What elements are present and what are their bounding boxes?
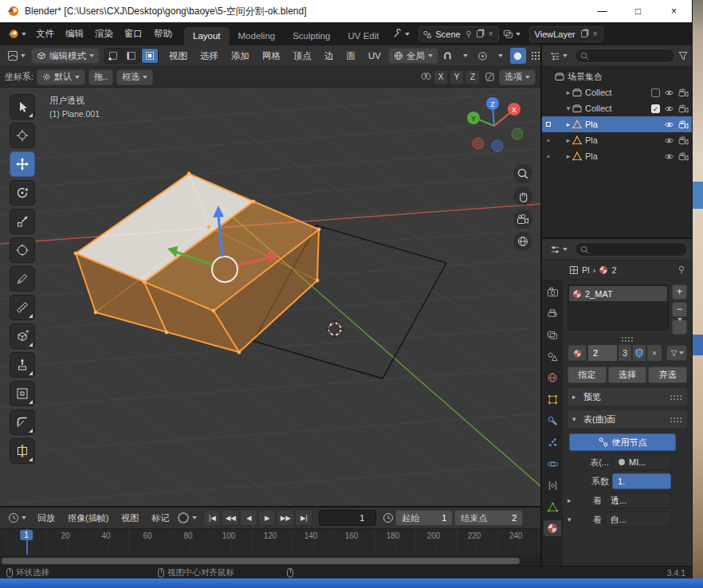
use-nodes-button[interactable]: 使用节点 xyxy=(569,433,676,451)
material-name-field[interactable]: 2 xyxy=(588,345,617,361)
playhead-frame-badge[interactable]: 1 xyxy=(20,530,33,540)
filter-funnel-icon[interactable] xyxy=(678,51,688,61)
disclosure-icon[interactable]: ▸ xyxy=(564,152,572,160)
browse-material-button[interactable] xyxy=(568,345,587,361)
menu-help[interactable]: 帮助 xyxy=(148,25,178,42)
camera-view-button[interactable] xyxy=(513,210,532,229)
add-workspace-button[interactable] xyxy=(388,27,414,41)
snap-active-toggle[interactable] xyxy=(510,48,526,64)
material-slot-active[interactable]: 2_MAT xyxy=(569,286,667,301)
face-select-button[interactable] xyxy=(141,48,159,64)
eye-icon[interactable] xyxy=(664,121,674,128)
tab-object-data[interactable] xyxy=(544,499,561,515)
mirror-x-toggle[interactable]: X xyxy=(434,70,448,84)
nav-y-neg-ball[interactable] xyxy=(512,128,523,139)
timeline-editor-type-button[interactable] xyxy=(4,511,30,525)
menu-select[interactable]: 选择 xyxy=(194,48,224,65)
tool-annotate[interactable] xyxy=(10,266,35,292)
tool-cursor[interactable] xyxy=(10,123,35,148)
properties-search-input[interactable] xyxy=(575,242,688,257)
tab-modifiers[interactable] xyxy=(544,413,561,429)
breadcrumb-object[interactable]: Pl xyxy=(582,265,590,275)
menu-marker[interactable]: 标记 xyxy=(146,510,175,527)
preset-dropdown[interactable]: 默认 xyxy=(37,69,85,85)
tool-add-cube[interactable] xyxy=(10,323,35,349)
tab-material[interactable] xyxy=(544,520,561,536)
nav-z-neg-ball[interactable] xyxy=(492,140,503,151)
tool-scale[interactable] xyxy=(10,209,35,234)
frame-end-field[interactable]: 结束点 2 xyxy=(454,510,523,526)
tab-uv-edit[interactable]: UV Edit xyxy=(340,27,388,45)
tool-transform[interactable] xyxy=(10,237,35,263)
pan-hand-button[interactable] xyxy=(513,186,532,206)
play-button[interactable]: ▶ xyxy=(258,510,276,526)
surface-panel-header[interactable]: ▾ 表(曲)面 xyxy=(568,410,687,428)
slot-specials-button[interactable] xyxy=(672,319,687,335)
tab-view-layer[interactable] xyxy=(544,327,561,343)
render-camera-icon[interactable] xyxy=(678,120,689,129)
eye-icon[interactable] xyxy=(664,89,674,96)
remove-slot-button[interactable]: − xyxy=(672,302,687,317)
maximize-button[interactable]: □ xyxy=(620,0,656,22)
scrollbar-thumb[interactable] xyxy=(2,558,520,564)
tool-loop-cut[interactable] xyxy=(10,438,35,464)
outliner-editor-type-button[interactable] xyxy=(546,49,571,63)
orientation-dropdown[interactable]: 全局 xyxy=(388,48,438,64)
falloff-button[interactable] xyxy=(481,69,497,85)
menu-render[interactable]: 渲染 xyxy=(89,25,119,42)
new-scene-icon[interactable] xyxy=(477,30,483,37)
jump-to-start-button[interactable]: |◀ xyxy=(203,510,221,526)
menu-vertex[interactable]: 顶点 xyxy=(288,48,317,65)
surface-shader-dropdown[interactable]: MI... xyxy=(612,454,671,470)
render-camera-icon[interactable] xyxy=(678,104,689,113)
properties-editor-type-button[interactable] xyxy=(546,243,571,257)
outliner-row-collection-1[interactable]: ▸ Collect xyxy=(542,84,692,100)
menu-edge[interactable]: 边 xyxy=(319,48,340,65)
shader1-dropdown[interactable]: 透... xyxy=(605,492,671,508)
edited-mesh-box[interactable] xyxy=(74,172,321,355)
new-viewlayer-icon[interactable] xyxy=(581,30,587,37)
menu-keying[interactable]: 抠像(插帧) xyxy=(62,510,114,527)
tool-select-box[interactable] xyxy=(10,94,35,120)
eye-icon[interactable] xyxy=(664,137,674,144)
options-dropdown[interactable]: 选项 xyxy=(499,69,536,85)
add-slot-button[interactable]: + xyxy=(672,284,687,300)
mirror-z-toggle[interactable]: Z xyxy=(465,70,480,84)
tab-modeling[interactable]: Modeling xyxy=(230,27,285,45)
outliner-row-scene-collection[interactable]: 场景集合 xyxy=(542,69,692,84)
eye-icon[interactable] xyxy=(664,153,674,160)
tool-measure[interactable] xyxy=(10,295,35,320)
preview-panel-header[interactable]: ▸ 预览 xyxy=(568,388,687,406)
unlink-scene-icon[interactable]: × xyxy=(487,29,495,38)
snap-magnet-button[interactable] xyxy=(440,48,456,64)
tab-constraints[interactable] xyxy=(544,477,561,493)
outliner-row-plane-active[interactable]: ▸ Pla xyxy=(542,116,692,132)
tab-physics[interactable] xyxy=(544,456,561,472)
render-camera-icon[interactable] xyxy=(678,136,689,145)
disclosure-icon[interactable]: ▸ xyxy=(564,136,572,144)
frame-start-field[interactable]: 起始 1 xyxy=(395,510,453,526)
outliner-row-plane-3[interactable]: • ▸ Pla xyxy=(542,148,692,164)
tool-move[interactable] xyxy=(10,151,35,177)
tab-layout[interactable]: Layout xyxy=(184,27,230,45)
timeline-ruler[interactable]: 20 40 60 80 100 120 140 160 180 200 220 … xyxy=(0,528,540,555)
proportional-edit-button[interactable] xyxy=(475,48,491,64)
factor-slider[interactable]: 1. xyxy=(612,473,671,489)
tool-bevel[interactable] xyxy=(10,410,35,435)
unlink-material-button[interactable]: × xyxy=(647,345,662,361)
eye-icon[interactable] xyxy=(664,105,674,112)
close-button[interactable]: × xyxy=(656,0,692,22)
tool-extrude[interactable] xyxy=(10,352,35,378)
list-resize-grip[interactable] xyxy=(621,336,634,342)
projection-toggle-button[interactable] xyxy=(513,232,532,251)
tab-output[interactable] xyxy=(544,305,561,321)
tab-object[interactable] xyxy=(544,391,561,407)
assign-button[interactable]: 指定 xyxy=(568,367,607,383)
tab-render[interactable] xyxy=(544,284,561,300)
vertex-select-button[interactable] xyxy=(104,48,122,64)
shader2-dropdown[interactable]: 自... xyxy=(605,512,671,527)
tool-rotate[interactable] xyxy=(10,180,35,206)
viewlayer-selector[interactable]: ViewLayer × xyxy=(529,26,603,42)
edge-select-button[interactable] xyxy=(123,48,140,64)
current-frame-field[interactable]: 1 xyxy=(319,510,376,526)
